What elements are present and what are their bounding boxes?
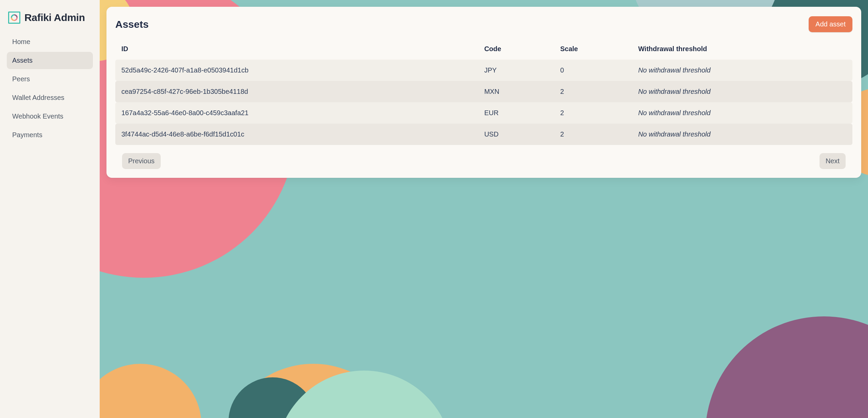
- sidebar: Rafiki Admin Home Assets Peers Wallet Ad…: [0, 0, 100, 418]
- main: Assets Add asset ID Code Scale Withdrawa…: [100, 0, 868, 418]
- table-row[interactable]: 167a4a32-55a6-46e0-8a00-c459c3aafa21 EUR…: [115, 102, 852, 124]
- cell-id: 3f4744ac-d5d4-46e8-a6be-f6df15d1c01c: [115, 124, 478, 145]
- brand-logo-icon: [8, 12, 20, 24]
- sidebar-item-peers[interactable]: Peers: [7, 70, 93, 88]
- col-code: Code: [478, 40, 554, 60]
- cell-id: 52d5a49c-2426-407f-a1a8-e0503941d1cb: [115, 60, 478, 81]
- sidebar-item-payments[interactable]: Payments: [7, 126, 93, 144]
- table-header-row: ID Code Scale Withdrawal threshold: [115, 40, 852, 60]
- cell-code: USD: [478, 124, 554, 145]
- cell-scale: 2: [554, 102, 632, 124]
- sidebar-item-assets[interactable]: Assets: [7, 52, 93, 69]
- assets-card: Assets Add asset ID Code Scale Withdrawa…: [106, 7, 861, 178]
- cell-threshold: No withdrawal threshold: [632, 81, 852, 102]
- col-scale: Scale: [554, 40, 632, 60]
- next-button[interactable]: Next: [820, 153, 846, 169]
- cell-id: 167a4a32-55a6-46e0-8a00-c459c3aafa21: [115, 102, 478, 124]
- col-id: ID: [115, 40, 478, 60]
- sidebar-item-webhook-events[interactable]: Webhook Events: [7, 108, 93, 125]
- page-title: Assets: [115, 19, 149, 30]
- card-header: Assets Add asset: [115, 16, 852, 32]
- sidebar-nav: Home Assets Peers Wallet Addresses Webho…: [7, 33, 93, 144]
- table-row[interactable]: 52d5a49c-2426-407f-a1a8-e0503941d1cb JPY…: [115, 60, 852, 81]
- brand[interactable]: Rafiki Admin: [7, 12, 93, 24]
- cell-code: EUR: [478, 102, 554, 124]
- cell-threshold: No withdrawal threshold: [632, 102, 852, 124]
- cell-threshold: No withdrawal threshold: [632, 60, 852, 81]
- col-threshold: Withdrawal threshold: [632, 40, 852, 60]
- sidebar-item-wallet-addresses[interactable]: Wallet Addresses: [7, 89, 93, 106]
- pagination: Previous Next: [115, 153, 852, 169]
- assets-table: ID Code Scale Withdrawal threshold 52d5a…: [115, 40, 852, 145]
- cell-id: cea97254-c85f-427c-96eb-1b305be4118d: [115, 81, 478, 102]
- cell-scale: 2: [554, 124, 632, 145]
- cell-code: MXN: [478, 81, 554, 102]
- table-row[interactable]: cea97254-c85f-427c-96eb-1b305be4118d MXN…: [115, 81, 852, 102]
- sidebar-item-home[interactable]: Home: [7, 33, 93, 50]
- cell-scale: 2: [554, 81, 632, 102]
- previous-button[interactable]: Previous: [122, 153, 161, 169]
- cell-scale: 0: [554, 60, 632, 81]
- brand-title: Rafiki Admin: [24, 12, 85, 23]
- add-asset-button[interactable]: Add asset: [809, 16, 852, 32]
- cell-code: JPY: [478, 60, 554, 81]
- table-row[interactable]: 3f4744ac-d5d4-46e8-a6be-f6df15d1c01c USD…: [115, 124, 852, 145]
- cell-threshold: No withdrawal threshold: [632, 124, 852, 145]
